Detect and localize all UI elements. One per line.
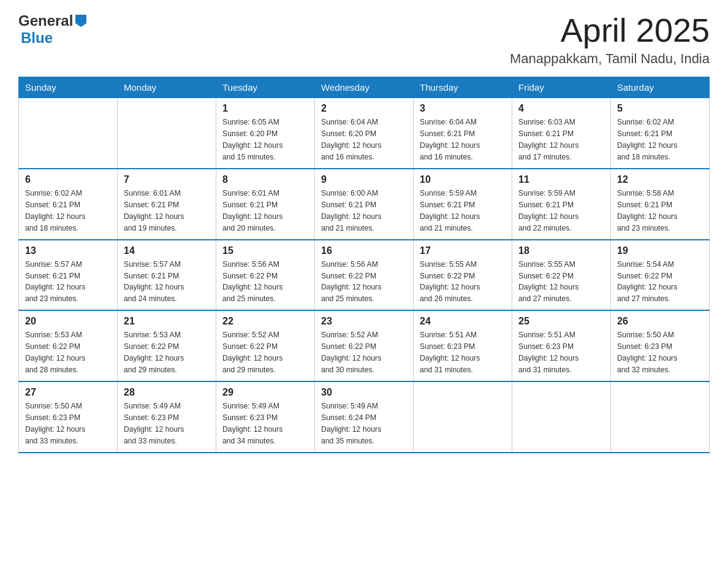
day-info: Sunrise: 5:56 AM Sunset: 6:22 PM Dayligh… (222, 259, 308, 305)
day-number: 8 (222, 174, 308, 185)
day-info: Sunrise: 5:49 AM Sunset: 6:24 PM Dayligh… (321, 400, 407, 447)
weekday-header-sunday: Sunday (19, 77, 118, 98)
day-number: 11 (518, 174, 604, 185)
week-row-5: 27Sunrise: 5:50 AM Sunset: 6:23 PM Dayli… (19, 381, 710, 453)
calendar-cell: 13Sunrise: 5:57 AM Sunset: 6:21 PM Dayli… (19, 240, 118, 311)
day-info: Sunrise: 5:57 AM Sunset: 6:21 PM Dayligh… (25, 259, 111, 305)
day-number: 7 (124, 174, 210, 185)
svg-marker-0 (75, 15, 86, 27)
day-info: Sunrise: 5:49 AM Sunset: 6:23 PM Dayligh… (124, 400, 210, 447)
day-number: 10 (420, 174, 506, 185)
calendar-cell: 11Sunrise: 5:59 AM Sunset: 6:21 PM Dayli… (512, 169, 611, 240)
day-info: Sunrise: 5:59 AM Sunset: 6:21 PM Dayligh… (518, 188, 604, 234)
day-info: Sunrise: 6:01 AM Sunset: 6:21 PM Dayligh… (124, 188, 210, 234)
logo-general-text: General (18, 12, 73, 29)
calendar-cell: 28Sunrise: 5:49 AM Sunset: 6:23 PM Dayli… (118, 381, 216, 453)
day-number: 16 (321, 245, 407, 256)
day-info: Sunrise: 5:50 AM Sunset: 6:23 PM Dayligh… (25, 400, 111, 447)
day-number: 29 (222, 387, 308, 398)
calendar-cell: 20Sunrise: 5:53 AM Sunset: 6:22 PM Dayli… (19, 310, 118, 381)
calendar-cell: 16Sunrise: 5:56 AM Sunset: 6:22 PM Dayli… (315, 240, 414, 311)
day-info: Sunrise: 5:55 AM Sunset: 6:22 PM Dayligh… (518, 259, 604, 305)
calendar-cell: 18Sunrise: 5:55 AM Sunset: 6:22 PM Dayli… (512, 240, 611, 311)
calendar-cell (118, 98, 216, 169)
weekday-header-monday: Monday (118, 77, 216, 98)
day-number: 4 (518, 103, 604, 114)
day-info: Sunrise: 6:02 AM Sunset: 6:21 PM Dayligh… (617, 117, 703, 163)
weekday-header-row: SundayMondayTuesdayWednesdayThursdayFrid… (19, 77, 710, 98)
calendar-cell: 30Sunrise: 5:49 AM Sunset: 6:24 PM Dayli… (315, 381, 414, 453)
day-number: 21 (124, 316, 210, 327)
day-number: 12 (617, 174, 703, 185)
week-row-4: 20Sunrise: 5:53 AM Sunset: 6:22 PM Dayli… (19, 310, 710, 381)
day-number: 25 (518, 316, 604, 327)
day-number: 15 (222, 245, 308, 256)
calendar-cell (414, 381, 512, 453)
calendar-cell: 9Sunrise: 6:00 AM Sunset: 6:21 PM Daylig… (315, 169, 414, 240)
calendar-cell: 22Sunrise: 5:52 AM Sunset: 6:22 PM Dayli… (216, 310, 315, 381)
calendar-table: SundayMondayTuesdayWednesdayThursdayFrid… (18, 77, 710, 453)
location-title: Manappakkam, Tamil Nadu, India (510, 51, 710, 67)
weekday-header-tuesday: Tuesday (216, 77, 315, 98)
day-info: Sunrise: 5:53 AM Sunset: 6:22 PM Dayligh… (124, 329, 210, 376)
calendar-cell: 25Sunrise: 5:51 AM Sunset: 6:23 PM Dayli… (512, 310, 611, 381)
day-info: Sunrise: 5:59 AM Sunset: 6:21 PM Dayligh… (420, 188, 506, 234)
calendar-cell: 12Sunrise: 5:58 AM Sunset: 6:21 PM Dayli… (611, 169, 710, 240)
calendar-cell (19, 98, 118, 169)
day-number: 24 (420, 316, 506, 327)
calendar-cell: 24Sunrise: 5:51 AM Sunset: 6:23 PM Dayli… (414, 310, 512, 381)
logo-flag-icon (74, 15, 88, 27)
day-info: Sunrise: 6:04 AM Sunset: 6:21 PM Dayligh… (420, 117, 506, 163)
calendar-cell: 21Sunrise: 5:53 AM Sunset: 6:22 PM Dayli… (118, 310, 216, 381)
day-info: Sunrise: 6:04 AM Sunset: 6:20 PM Dayligh… (321, 117, 407, 163)
logo-blue-text: Blue (21, 29, 53, 46)
weekday-header-wednesday: Wednesday (315, 77, 414, 98)
calendar-cell: 27Sunrise: 5:50 AM Sunset: 6:23 PM Dayli… (19, 381, 118, 453)
calendar-cell: 4Sunrise: 6:03 AM Sunset: 6:21 PM Daylig… (512, 98, 611, 169)
calendar-cell: 2Sunrise: 6:04 AM Sunset: 6:20 PM Daylig… (315, 98, 414, 169)
day-info: Sunrise: 5:52 AM Sunset: 6:22 PM Dayligh… (222, 329, 308, 376)
day-info: Sunrise: 5:52 AM Sunset: 6:22 PM Dayligh… (321, 329, 407, 376)
calendar-cell: 10Sunrise: 5:59 AM Sunset: 6:21 PM Dayli… (414, 169, 512, 240)
day-info: Sunrise: 5:58 AM Sunset: 6:21 PM Dayligh… (617, 188, 703, 234)
day-number: 2 (321, 103, 407, 114)
calendar-cell: 17Sunrise: 5:55 AM Sunset: 6:22 PM Dayli… (414, 240, 512, 311)
calendar-cell: 8Sunrise: 6:01 AM Sunset: 6:21 PM Daylig… (216, 169, 315, 240)
day-number: 20 (25, 316, 111, 327)
day-number: 17 (420, 245, 506, 256)
day-number: 23 (321, 316, 407, 327)
calendar-cell: 7Sunrise: 6:01 AM Sunset: 6:21 PM Daylig… (118, 169, 216, 240)
title-block: April 2025 Manappakkam, Tamil Nadu, Indi… (510, 12, 710, 67)
calendar-cell (512, 381, 611, 453)
calendar-cell: 15Sunrise: 5:56 AM Sunset: 6:22 PM Dayli… (216, 240, 315, 311)
day-number: 26 (617, 316, 703, 327)
month-title: April 2025 (510, 12, 710, 48)
day-info: Sunrise: 5:54 AM Sunset: 6:22 PM Dayligh… (617, 259, 703, 305)
calendar-cell: 6Sunrise: 6:02 AM Sunset: 6:21 PM Daylig… (19, 169, 118, 240)
calendar-cell: 23Sunrise: 5:52 AM Sunset: 6:22 PM Dayli… (315, 310, 414, 381)
day-info: Sunrise: 6:00 AM Sunset: 6:21 PM Dayligh… (321, 188, 407, 234)
day-number: 1 (222, 103, 308, 114)
day-info: Sunrise: 5:53 AM Sunset: 6:22 PM Dayligh… (25, 329, 111, 376)
week-row-3: 13Sunrise: 5:57 AM Sunset: 6:21 PM Dayli… (19, 240, 710, 311)
day-info: Sunrise: 5:51 AM Sunset: 6:23 PM Dayligh… (420, 329, 506, 376)
day-info: Sunrise: 5:56 AM Sunset: 6:22 PM Dayligh… (321, 259, 407, 305)
day-info: Sunrise: 5:51 AM Sunset: 6:23 PM Dayligh… (518, 329, 604, 376)
day-info: Sunrise: 6:03 AM Sunset: 6:21 PM Dayligh… (518, 117, 604, 163)
day-number: 14 (124, 245, 210, 256)
day-number: 3 (420, 103, 506, 114)
week-row-1: 1Sunrise: 6:05 AM Sunset: 6:20 PM Daylig… (19, 98, 710, 169)
day-info: Sunrise: 5:49 AM Sunset: 6:23 PM Dayligh… (222, 400, 308, 447)
day-info: Sunrise: 5:55 AM Sunset: 6:22 PM Dayligh… (420, 259, 506, 305)
weekday-header-saturday: Saturday (611, 77, 710, 98)
day-number: 28 (124, 387, 210, 398)
day-number: 22 (222, 316, 308, 327)
day-info: Sunrise: 5:50 AM Sunset: 6:23 PM Dayligh… (617, 329, 703, 376)
day-number: 19 (617, 245, 703, 256)
day-number: 6 (25, 174, 111, 185)
calendar-cell (611, 381, 710, 453)
day-info: Sunrise: 6:01 AM Sunset: 6:21 PM Dayligh… (222, 188, 308, 234)
calendar-cell: 3Sunrise: 6:04 AM Sunset: 6:21 PM Daylig… (414, 98, 512, 169)
week-row-2: 6Sunrise: 6:02 AM Sunset: 6:21 PM Daylig… (19, 169, 710, 240)
day-info: Sunrise: 6:02 AM Sunset: 6:21 PM Dayligh… (25, 188, 111, 234)
